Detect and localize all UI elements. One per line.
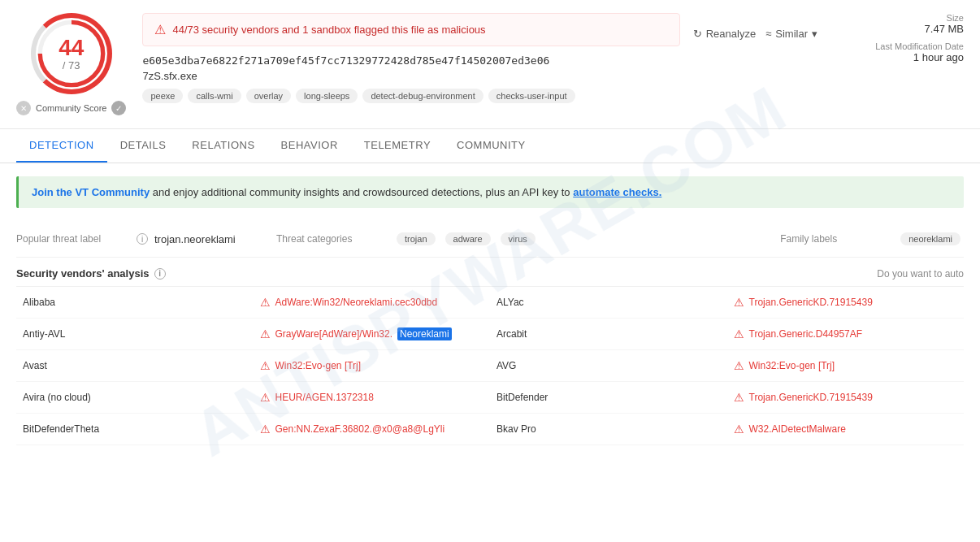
security-title-text: Security vendors' analysis [16, 267, 150, 280]
warn-icon-3: ⚠ [260, 327, 271, 340]
highlight-neoreklami: Neoreklami [397, 327, 452, 340]
warn-icon-4: ⚠ [734, 327, 744, 340]
vendor-row-2: Antiy-AVL ⚠ GrayWare[AdWare]/Win32.Neore… [16, 319, 964, 350]
similar-icon: ≈ [765, 28, 771, 40]
tag-detect-debug[interactable]: detect-debug-environment [362, 89, 483, 103]
reanalyze-icon: ↻ [693, 28, 702, 40]
mod-date-meta: Last Modification Date 1 hour ago [875, 41, 964, 63]
tab-telemetry[interactable]: TELEMETRY [351, 129, 444, 163]
threat-categories-section: Threat categories trojan adware virus [276, 232, 764, 245]
warn-icon-10: ⚠ [734, 423, 744, 436]
family-labels-label: Family labels [780, 233, 894, 245]
warn-icon-9: ⚠ [260, 423, 271, 436]
detection-bdtheta: ⚠ Gen:NN.ZexaF.36802.@x0@a8@LgYli [254, 414, 491, 444]
vendor-alibaba: Alibaba [16, 288, 254, 317]
vendor-bkav: Bkav Pro [490, 414, 727, 444]
warn-icon-2: ⚠ [734, 296, 744, 309]
detection-avg: ⚠ Win32:Evo-gen [Trj] [727, 350, 965, 381]
similar-label: Similar [775, 28, 808, 40]
vendor-alyac: ALYac [490, 288, 727, 317]
warn-icon-8: ⚠ [734, 391, 744, 404]
auto-text: Do you want to auto [877, 268, 964, 280]
detection-alyac: ⚠ Trojan.GenericKD.71915439 [727, 287, 965, 318]
threat-info-row: Popular threat label i trojan.neoreklami… [16, 221, 964, 258]
size-label: Size [925, 13, 964, 23]
chevron-down-icon: ▾ [812, 28, 817, 40]
chip-trojan[interactable]: trojan [397, 232, 436, 245]
tag-peexe[interactable]: peexe [142, 89, 183, 103]
size-value: 7.47 MB [925, 23, 964, 35]
vendor-arcabit: Arcabit [490, 319, 727, 349]
thumbs-up-icon[interactable]: ✓ [111, 101, 126, 115]
community-score-label: Community Score [36, 103, 106, 113]
community-banner-text1: and enjoy additional community insights … [153, 186, 573, 198]
alert-banner: ⚠ 44/73 security vendors and 1 sandbox f… [142, 13, 679, 46]
vendor-bitdefender: BitDefender [490, 383, 727, 412]
tags-container: peexe calls-wmi overlay long-sleeps dete… [142, 89, 817, 103]
tag-checks-user-input[interactable]: checks-user-input [488, 89, 575, 103]
chip-virus[interactable]: virus [501, 232, 536, 245]
detection-bitdefender: ⚠ Trojan.GenericKD.71915439 [727, 382, 965, 413]
detection-avast: ⚠ Win32:Evo-gen [Trj] [254, 350, 491, 381]
tag-long-sleeps[interactable]: long-sleeps [296, 89, 358, 103]
action-buttons: ↻ Reanalyze ≈ Similar ▾ [693, 28, 817, 40]
vendor-row-3: Avast ⚠ Win32:Evo-gen [Trj] AVG ⚠ Win32:… [16, 350, 964, 382]
vendor-antiy: Antiy-AVL [16, 319, 254, 349]
community-score-row: ✕ Community Score ✓ [16, 101, 126, 115]
popular-threat-value: trojan.neoreklami [154, 233, 236, 245]
vendor-avg: AVG [490, 351, 727, 380]
main-info: ⚠ 44/73 security vendors and 1 sandbox f… [142, 13, 817, 103]
automate-checks-link[interactable]: automate checks. [573, 186, 661, 198]
warn-icon: ⚠ [260, 296, 271, 309]
detection-alibaba: ⚠ AdWare:Win32/Neoreklami.cec30dbd [254, 287, 491, 318]
community-banner: Join the VT Community and enjoy addition… [16, 176, 964, 208]
warn-icon-7: ⚠ [260, 391, 271, 404]
security-section-header: Security vendors' analysis i Do you want… [16, 258, 964, 287]
chip-neoreklami[interactable]: neoreklami [900, 232, 960, 245]
tab-behavior[interactable]: BEHAVIOR [268, 129, 351, 163]
security-info-icon[interactable]: i [154, 268, 166, 280]
chip-adware[interactable]: adware [445, 232, 491, 245]
mod-date-value: 1 hour ago [875, 51, 964, 63]
reanalyze-button[interactable]: ↻ Reanalyze [693, 28, 756, 40]
warn-icon-5: ⚠ [260, 359, 271, 372]
tab-community[interactable]: COMMUNITY [444, 129, 539, 163]
detection-bkav: ⚠ W32.AIDetectMalware [727, 414, 965, 444]
vendor-avira: Avira (no cloud) [16, 383, 254, 412]
similar-button[interactable]: ≈ Similar ▾ [765, 28, 817, 40]
alert-row: ⚠ 44/73 security vendors and 1 sandbox f… [142, 13, 817, 54]
popular-threat-section: Popular threat label i trojan.neoreklami [16, 233, 260, 245]
alert-text: 44/73 security vendors and 1 sandbox fla… [172, 24, 485, 36]
vendor-row-5: BitDefenderTheta ⚠ Gen:NN.ZexaF.36802.@x… [16, 414, 964, 445]
mod-date-label: Last Modification Date [875, 41, 964, 51]
warn-icon-6: ⚠ [734, 359, 744, 372]
tag-overlay[interactable]: overlay [246, 89, 291, 103]
main-content: Join the VT Community and enjoy addition… [0, 163, 980, 458]
tab-details[interactable]: DETAILS [107, 129, 180, 163]
tab-relations[interactable]: RELATIONS [179, 129, 267, 163]
detection-avira: ⚠ HEUR/AGEN.1372318 [254, 382, 491, 413]
detection-antiy: ⚠ GrayWare[AdWare]/Win32.Neoreklami [254, 319, 491, 349]
vendor-avast: Avast [16, 351, 254, 380]
vendor-row-1: Alibaba ⚠ AdWare:Win32/Neoreklami.cec30d… [16, 287, 964, 319]
family-labels-section: Family labels neoreklami [780, 232, 964, 245]
vendor-row-4: Avira (no cloud) ⚠ HEUR/AGEN.1372318 Bit… [16, 382, 964, 414]
tabs-nav: DETECTION DETAILS RELATIONS BEHAVIOR TEL… [0, 129, 980, 163]
file-hash: e605e3dba7e6822f271a709ef45f7cc713297724… [142, 54, 817, 67]
tab-detection[interactable]: DETECTION [16, 129, 107, 163]
vendor-table: Alibaba ⚠ AdWare:Win32/Neoreklami.cec30d… [16, 287, 964, 445]
popular-threat-info-icon[interactable]: i [137, 233, 148, 245]
file-meta: Size 7.47 MB Last Modification Date 1 ho… [834, 13, 964, 63]
reanalyze-label: Reanalyze [706, 28, 756, 40]
vendor-bdtheta: BitDefenderTheta [16, 414, 254, 444]
detection-arcabit: ⚠ Trojan.Generic.D44957AF [727, 319, 965, 349]
tag-calls-wmi[interactable]: calls-wmi [188, 89, 241, 103]
score-section: 44 / 73 ✕ Community Score ✓ [16, 13, 126, 115]
popular-threat-label: Popular threat label [16, 233, 130, 245]
thumbs-down-icon[interactable]: ✕ [16, 101, 31, 115]
security-section-title: Security vendors' analysis i [16, 267, 166, 280]
score-circle: 44 / 73 [31, 13, 112, 94]
file-name: 7zS.sfx.exe [142, 70, 817, 82]
threat-cat-label: Threat categories [276, 233, 390, 245]
join-vt-link[interactable]: Join the VT Community [32, 186, 150, 198]
